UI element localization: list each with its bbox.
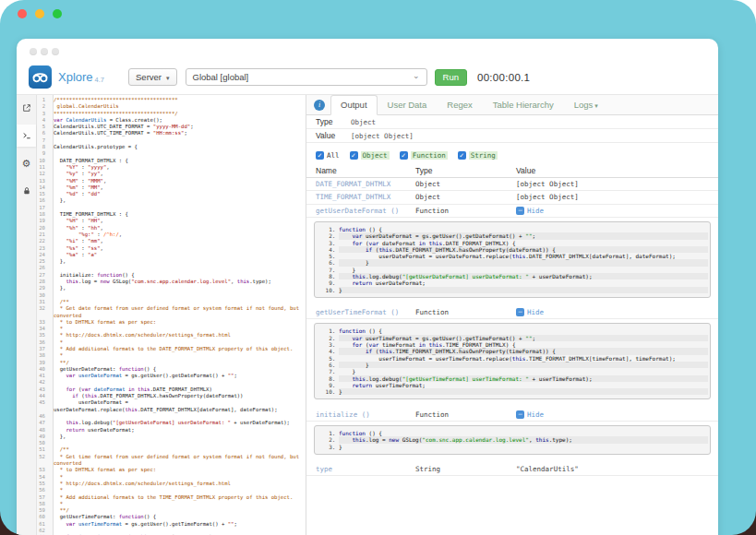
editor-line: 3***************************************… xyxy=(37,111,306,117)
tab-output[interactable]: Output xyxy=(330,95,378,115)
run-button[interactable]: Run xyxy=(435,69,467,86)
lock-icon[interactable] xyxy=(17,180,36,202)
editor-line: 4var CalendarUtils = Class.create(); xyxy=(37,117,306,124)
code-editor[interactable]: 1/**************************************… xyxy=(37,95,306,535)
app-title: Xplore xyxy=(58,70,93,84)
editor-line: 49 }, xyxy=(37,434,306,440)
external-link-icon[interactable] xyxy=(17,97,36,119)
code-text: initialize: function() { xyxy=(49,272,306,279)
editor-line: 14 "%m" : "MM", xyxy=(37,184,306,191)
hide-toggle[interactable]: Hide xyxy=(516,410,544,419)
property-type: Function xyxy=(415,308,516,316)
checkbox-checked-icon[interactable] xyxy=(458,151,466,160)
filter-function[interactable]: Function xyxy=(400,151,448,160)
code-text: * http://docs.dhtmlx.com/scheduler/setti… xyxy=(49,481,306,487)
code-text: ​ xyxy=(49,150,306,157)
tab-table-hierarchy[interactable]: Table Hierarchy xyxy=(483,95,564,115)
property-name-link[interactable]: getUserDateFormat () xyxy=(316,207,399,215)
code-text: ​ xyxy=(49,265,306,271)
editor-line: 7​ xyxy=(37,137,306,144)
property-type: Object xyxy=(415,193,516,201)
hide-label: Hide xyxy=(527,207,544,215)
line-number: 18 xyxy=(37,211,49,218)
checkbox-checked-icon[interactable] xyxy=(350,151,358,160)
code-text: * Get time format from user defined form… xyxy=(49,454,306,468)
hide-toggle[interactable]: Hide xyxy=(516,207,544,215)
line-number: 20 xyxy=(37,225,49,232)
code-text: this.log = new GSLog("com.snc.app.calend… xyxy=(49,279,306,285)
property-name: TIME_FORMAT_DHTMLX xyxy=(306,193,415,201)
summary-value: [object Object] xyxy=(351,132,414,140)
window-dot xyxy=(41,48,48,55)
property-name-link[interactable]: initialize () xyxy=(316,410,370,419)
property-name-link[interactable]: type xyxy=(316,465,332,473)
line-number: 54 xyxy=(37,474,49,481)
filter-object[interactable]: Object xyxy=(350,151,390,160)
source-line: this.log = new GSLog("com.snc.app.calend… xyxy=(339,436,708,443)
tab-regex[interactable]: Regex xyxy=(437,95,482,115)
tab-user-data[interactable]: User Data xyxy=(378,95,438,115)
server-dropdown[interactable]: Server xyxy=(128,68,177,86)
terminal-icon[interactable] xyxy=(17,125,36,147)
property-name: type xyxy=(306,465,415,473)
filter-label: Function xyxy=(411,151,448,160)
gear-icon[interactable]: ⚙ xyxy=(17,152,36,174)
summary-label: Type xyxy=(316,117,351,126)
property-name-link[interactable]: getUserTimeFormat () xyxy=(316,308,399,316)
info-icon[interactable]: i xyxy=(314,100,325,111)
editor-line: 40 getUserDateFormat: function() { xyxy=(37,366,306,373)
line-number: 59 xyxy=(37,507,49,514)
source-line: if (this.TIME_FORMAT_DHTMLX.hasOwnProper… xyxy=(339,348,708,354)
code-text: CalendarUtils.prototype = { xyxy=(49,144,306,150)
code-text: var userTimeFormat = gs.getUser().getTim… xyxy=(49,521,306,528)
filter-all[interactable]: All xyxy=(316,151,340,160)
summary-row: TypeObject xyxy=(306,115,718,129)
code-text: "%m" : "MM", xyxy=(49,184,306,191)
line-number: 34 xyxy=(37,326,49,332)
property-name-link[interactable]: TIME_FORMAT_DHTMLX xyxy=(316,193,390,201)
source-line: var userTimeFormat = gs.getUser().getTim… xyxy=(339,335,708,341)
code-text: }, xyxy=(49,258,306,265)
close-button[interactable] xyxy=(18,9,27,18)
filter-string[interactable]: String xyxy=(458,151,498,160)
zoom-button[interactable] xyxy=(53,9,62,18)
line-number: 50 xyxy=(37,440,49,446)
code-text: ​ xyxy=(49,379,306,386)
checkbox-checked-icon[interactable] xyxy=(400,151,408,160)
editor-line: 48 return userDateFormat; xyxy=(37,427,306,434)
line-number: 52 xyxy=(37,454,49,468)
xplore-window: Xplore 4.7 Server Global [global] Run 00… xyxy=(17,39,718,535)
editor-line: 50​ xyxy=(37,440,306,446)
editor-line: 22 "%i" : "mm", xyxy=(37,238,306,244)
line-number: 32 xyxy=(37,305,49,319)
minimize-button[interactable] xyxy=(35,9,44,18)
editor-line: 57 * Add additional formats to the TIME_… xyxy=(37,494,306,501)
source-line: this.log.debug("[getUserDateFormat] user… xyxy=(339,273,708,279)
editor-line: 42​ xyxy=(37,379,306,386)
hide-toggle[interactable]: Hide xyxy=(516,308,544,316)
property-value: Hide xyxy=(516,207,718,215)
code-text: * xyxy=(49,474,306,481)
property-name: initialize () xyxy=(306,410,415,419)
editor-line: 18 TIME_FORMAT_DHTMLX : { xyxy=(37,211,306,218)
filter-label: All xyxy=(327,151,340,160)
scope-select[interactable]: Global [global] xyxy=(186,68,427,86)
hide-label: Hide xyxy=(527,410,544,419)
code-text: var CalendarUtils = Class.create(); xyxy=(49,117,306,124)
line-number: 62 xyxy=(37,528,49,534)
line-number: 2 xyxy=(37,103,49,110)
code-text: "%d" : "dd" xyxy=(49,191,306,197)
property-type: String xyxy=(415,465,516,473)
code-text: * xyxy=(49,352,306,359)
column-header: Value xyxy=(516,166,718,175)
line-number: 17 xyxy=(37,205,49,211)
chevron-down-icon xyxy=(413,72,420,82)
code-text: CalendarUtils.UTC_DATE_FORMAT = "yyyy-MM… xyxy=(49,124,306,130)
line-number: 23 xyxy=(37,245,49,252)
tab-logs[interactable]: Logs ▾ xyxy=(564,95,608,115)
checkbox-checked-icon[interactable] xyxy=(316,151,324,160)
line-number: 22 xyxy=(37,238,49,244)
property-name-link[interactable]: DATE_FORMAT_DHTMLX xyxy=(316,180,390,188)
traffic-lights xyxy=(18,9,62,18)
code-text: this.log.debug("[getUserDateFormat] user… xyxy=(49,420,306,426)
